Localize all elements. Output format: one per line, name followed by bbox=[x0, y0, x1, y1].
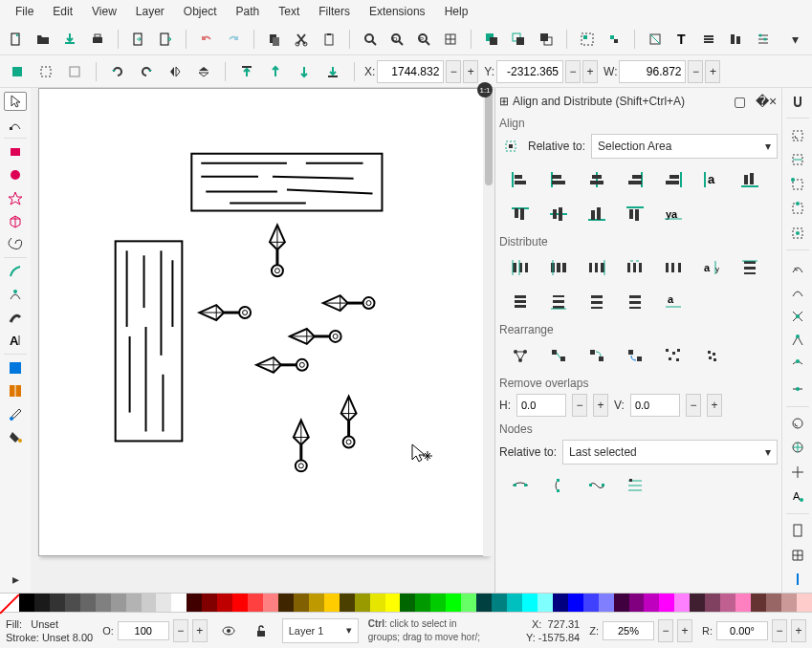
swatch[interactable] bbox=[400, 594, 415, 612]
node-dist-v-icon[interactable] bbox=[622, 474, 648, 497]
swatch[interactable] bbox=[797, 594, 812, 612]
gradient-tool-icon[interactable] bbox=[4, 358, 27, 378]
align-dialog-icon[interactable] bbox=[725, 28, 746, 51]
swatch[interactable] bbox=[629, 594, 645, 612]
swatch[interactable] bbox=[187, 594, 202, 612]
layer-select[interactable]: Layer 1▾ bbox=[282, 618, 359, 643]
opacity-plus[interactable]: + bbox=[192, 619, 208, 642]
exchange-rotate-icon[interactable] bbox=[622, 344, 648, 367]
save-icon[interactable] bbox=[59, 28, 80, 51]
select-all-layers-icon[interactable] bbox=[6, 60, 29, 83]
dist-center-v-icon[interactable] bbox=[507, 291, 534, 313]
menu-file[interactable]: File bbox=[8, 3, 41, 20]
lock-toggle-icon[interactable] bbox=[250, 619, 273, 642]
dist-bottom-icon[interactable] bbox=[545, 291, 572, 313]
snap-guide-icon[interactable] bbox=[786, 571, 809, 589]
align-center-h-icon[interactable] bbox=[583, 168, 610, 191]
dist-top-icon[interactable] bbox=[736, 256, 763, 279]
menu-layer[interactable]: Layer bbox=[128, 3, 172, 20]
text-tool[interactable]: A bbox=[4, 331, 27, 350]
swatch[interactable] bbox=[461, 594, 476, 612]
panel-minimize-icon[interactable]: ▢ bbox=[728, 90, 751, 113]
swatch[interactable] bbox=[568, 594, 583, 612]
swatch[interactable] bbox=[751, 594, 766, 612]
dropper-tool-icon[interactable] bbox=[4, 404, 27, 423]
ungroup-icon[interactable] bbox=[604, 28, 625, 51]
exchange-z-icon[interactable] bbox=[583, 344, 610, 367]
swatch[interactable] bbox=[599, 594, 614, 612]
scrollbar-vertical[interactable] bbox=[483, 88, 494, 556]
zoom-page-icon[interactable]: P bbox=[413, 28, 434, 51]
swatch[interactable] bbox=[96, 594, 111, 612]
export-icon[interactable] bbox=[155, 28, 176, 51]
node-align-h-icon[interactable] bbox=[507, 474, 534, 497]
selector-tool-icon[interactable] bbox=[4, 92, 27, 111]
opacity-input[interactable] bbox=[118, 621, 169, 640]
snap-bbox-center-icon[interactable] bbox=[786, 224, 809, 242]
swatch[interactable] bbox=[65, 594, 80, 612]
collapse-icon[interactable]: ▸ bbox=[4, 570, 27, 589]
dist-gaps-v2-icon[interactable] bbox=[622, 291, 648, 313]
x-plus[interactable]: + bbox=[463, 60, 478, 83]
menu-path[interactable]: Path bbox=[229, 3, 268, 20]
swatch[interactable] bbox=[538, 594, 553, 612]
zoom-drawing-icon[interactable]: D bbox=[386, 28, 407, 51]
snap-bbox-mid-icon[interactable] bbox=[786, 199, 809, 217]
align-center-v-icon[interactable] bbox=[545, 203, 572, 226]
deselect-icon[interactable] bbox=[63, 60, 86, 83]
snap-other-icon[interactable] bbox=[786, 414, 809, 432]
snap-nodes-icon[interactable] bbox=[786, 258, 809, 276]
swatch[interactable] bbox=[614, 594, 629, 612]
dist-text-h-icon[interactable]: ay bbox=[698, 256, 725, 279]
snap-bbox-icon[interactable] bbox=[786, 126, 809, 144]
copy-icon[interactable] bbox=[264, 28, 285, 51]
y-plus[interactable]: + bbox=[582, 60, 598, 83]
unclump-icon[interactable] bbox=[698, 344, 725, 367]
rot-minus[interactable]: − bbox=[772, 619, 787, 642]
dist-text-v-icon[interactable]: a bbox=[660, 291, 687, 313]
align-top-out-icon[interactable] bbox=[736, 168, 763, 191]
snap-text-icon[interactable]: A bbox=[786, 487, 809, 506]
snap-rotation-icon[interactable] bbox=[786, 463, 809, 481]
menu-text[interactable]: Text bbox=[271, 3, 307, 20]
swatch[interactable] bbox=[690, 594, 705, 612]
zoom-minus[interactable]: − bbox=[658, 619, 673, 642]
h-plus[interactable]: + bbox=[593, 394, 608, 417]
calligraphy-tool-icon[interactable] bbox=[4, 308, 27, 327]
fill-stroke-icon[interactable] bbox=[645, 28, 666, 51]
canvas[interactable] bbox=[38, 88, 488, 556]
swatch[interactable] bbox=[674, 594, 690, 612]
y-minus[interactable]: − bbox=[565, 60, 581, 83]
opacity-minus[interactable]: − bbox=[173, 619, 188, 642]
node-dist-h-icon[interactable] bbox=[583, 474, 610, 497]
spiral-tool-icon[interactable] bbox=[4, 234, 27, 253]
swatch[interactable] bbox=[34, 594, 50, 612]
snap-grid-icon[interactable] bbox=[786, 546, 809, 564]
xml-editor-icon[interactable] bbox=[698, 28, 719, 51]
select-all-icon[interactable] bbox=[34, 60, 57, 83]
swatch[interactable] bbox=[720, 594, 735, 612]
rot-plus[interactable]: + bbox=[791, 619, 806, 642]
dist-center-h-icon[interactable] bbox=[545, 256, 572, 279]
relative-to-select[interactable]: Selection Area▾ bbox=[591, 134, 778, 159]
snap-path-icon[interactable] bbox=[786, 282, 809, 300]
overlap-h-input[interactable] bbox=[516, 394, 566, 417]
duplicate-icon[interactable] bbox=[481, 28, 502, 51]
new-document-icon[interactable] bbox=[6, 28, 27, 51]
swatch[interactable] bbox=[263, 594, 278, 612]
rotation-input[interactable] bbox=[716, 621, 768, 640]
raise-top-icon[interactable] bbox=[235, 60, 258, 83]
snap-cusp-icon[interactable] bbox=[786, 331, 809, 349]
w-plus[interactable]: + bbox=[705, 60, 720, 83]
swatch[interactable] bbox=[370, 594, 385, 612]
menu-object[interactable]: Object bbox=[176, 3, 225, 20]
align-right-out-icon[interactable] bbox=[660, 168, 687, 191]
menu-help[interactable]: Help bbox=[437, 3, 476, 20]
zoom-selection-icon[interactable] bbox=[360, 28, 381, 51]
x-minus[interactable]: − bbox=[446, 60, 461, 83]
snap-center-icon[interactable] bbox=[786, 439, 809, 457]
star-tool-icon[interactable] bbox=[4, 188, 27, 207]
dist-gaps-h-icon[interactable] bbox=[622, 256, 648, 279]
h-minus[interactable]: − bbox=[572, 394, 587, 417]
raise-icon[interactable] bbox=[264, 60, 287, 83]
